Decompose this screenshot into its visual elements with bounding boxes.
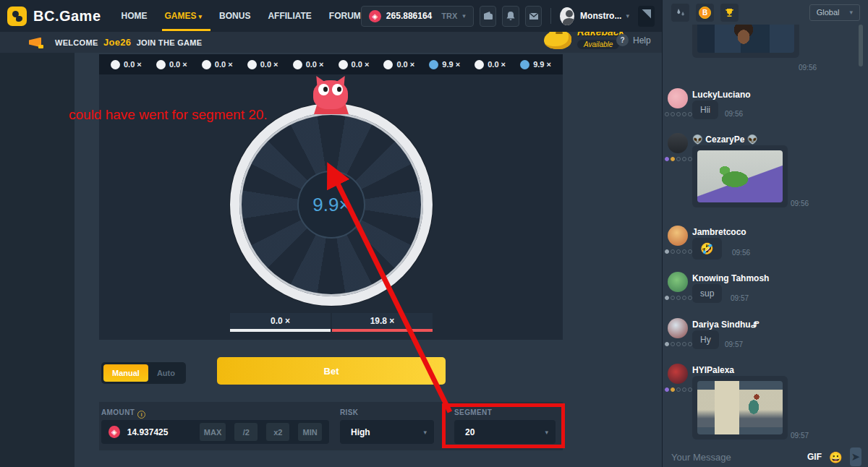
history-item[interactable]: 0.0 × — [156, 60, 187, 69]
double-button[interactable]: x2 — [266, 423, 289, 441]
user-name[interactable]: Monstro... — [580, 11, 621, 21]
nav-link-home[interactable]: HOME — [122, 1, 148, 31]
bet-button[interactable]: Bet — [217, 357, 446, 385]
trx-coin-icon: ◈ — [109, 426, 120, 438]
gif-lizard-couch — [697, 150, 783, 202]
bell-icon — [505, 10, 516, 22]
rain-icon — [676, 7, 686, 17]
result-dot — [247, 60, 257, 69]
nav-link-bonus[interactable]: BONUS — [219, 1, 250, 31]
chat-text-bubble[interactable]: Hii — [692, 100, 718, 119]
bc-game-app: BC.Game HOME GAMES▾ BONUS AFFILIATE FORU… — [0, 0, 868, 467]
chat-username[interactable]: Dariya Sindhu🖇 — [692, 320, 760, 330]
avatar[interactable] — [668, 226, 688, 246]
history-item[interactable]: 0.0 × — [111, 60, 142, 69]
avatar[interactable] — [668, 272, 688, 292]
user-badges — [665, 249, 692, 254]
nav-link-games[interactable]: GAMES▾ — [165, 1, 203, 31]
avatar[interactable] — [668, 133, 688, 153]
avatar[interactable] — [668, 88, 688, 108]
wheel: 9.9× — [230, 103, 433, 306]
chat-text-bubble[interactable]: 🤣 — [692, 238, 722, 260]
nav-link-affiliate[interactable]: AFFILIATE — [268, 1, 311, 31]
nav-link-forum[interactable]: FORUM — [329, 1, 361, 31]
min-button[interactable]: MIN — [298, 423, 322, 441]
chevron-down-icon: ▾ — [423, 429, 427, 436]
chat-username[interactable]: Jambretcoco — [692, 227, 746, 237]
result-bar-win[interactable]: 19.8 × — [332, 313, 433, 329]
result-dot — [202, 60, 211, 69]
divider — [550, 8, 551, 24]
logo-icon — [7, 7, 27, 26]
history-item[interactable]: 0.0 × — [475, 60, 506, 69]
owl-eye — [332, 84, 343, 95]
logo[interactable]: BC.Game — [7, 7, 101, 26]
chat-username[interactable]: Knowing Tahmosh — [692, 273, 769, 283]
annotation-note: could have went for segment 20. — [69, 107, 268, 123]
result-dot-win — [429, 60, 438, 69]
result-bar-loss[interactable]: 0.0 × — [230, 313, 331, 329]
result-dot — [383, 60, 393, 69]
promotions-button[interactable]: B — [696, 4, 714, 22]
chat-input-bar: GIF 😀 ➤ — [663, 447, 868, 467]
chat-username[interactable]: LuckyLuciano — [692, 90, 751, 100]
trophy-icon — [724, 7, 735, 18]
white-underline — [230, 329, 331, 332]
amount-input[interactable] — [126, 427, 191, 438]
chat-username[interactable]: HYIPalexa — [692, 365, 734, 375]
contest-button[interactable] — [720, 4, 739, 22]
amount-field[interactable]: ◈ MAX /2 x2 MIN — [101, 420, 329, 444]
history-item[interactable]: 0.0 × — [247, 60, 278, 69]
result-dot — [293, 60, 302, 69]
send-button[interactable]: ➤ — [850, 447, 861, 466]
auto-mode-button[interactable]: Auto — [148, 364, 184, 382]
history-item[interactable]: 0.0 × — [202, 60, 233, 69]
history-item[interactable]: 9.9 × — [429, 60, 460, 69]
history-item[interactable]: 0.0 × — [339, 60, 370, 69]
owl-mascot — [313, 80, 348, 109]
wallet-button[interactable] — [480, 6, 497, 27]
history-item[interactable]: 0.0 × — [383, 60, 414, 69]
envelope-icon — [528, 10, 540, 22]
notifications-button[interactable] — [502, 6, 519, 27]
chat-header: B Global ▾ — [663, 0, 868, 25]
help-button[interactable]: ? Help — [616, 34, 651, 46]
wheel-center-multiplier: 9.9× — [297, 171, 365, 239]
annotation-rectangle — [442, 403, 565, 448]
balance-selector[interactable]: ◈ 265.886164 TRX ▾ — [361, 6, 474, 27]
amount-label: AMOUNTi — [101, 408, 145, 419]
logo-text: BC.Game — [33, 8, 101, 25]
chat-gif-bubble[interactable] — [692, 376, 788, 440]
chat-scrollbar[interactable] — [859, 25, 863, 67]
send-icon: ➤ — [851, 450, 861, 463]
avatar[interactable] — [668, 318, 688, 338]
question-icon: ? — [616, 34, 629, 46]
info-icon[interactable]: i — [137, 411, 145, 419]
risk-select[interactable]: High ▾ — [340, 420, 434, 444]
red-underline — [332, 329, 433, 332]
chat-username[interactable]: 👽 CezaryPe 👽 — [692, 134, 758, 145]
welcome-banner: WELCOME Joe26 JOIN THE GAME Rakeback Ava… — [0, 32, 662, 53]
chat-message-input[interactable] — [670, 451, 800, 463]
max-button[interactable]: MAX — [200, 423, 226, 441]
rain-button[interactable] — [671, 4, 689, 22]
user-avatar[interactable] — [560, 7, 574, 25]
user-badges — [665, 342, 692, 346]
chat-gif-bubble[interactable] — [692, 145, 788, 207]
emoji-button[interactable]: 😀 — [829, 452, 843, 463]
chevron-down-icon[interactable]: ▾ — [626, 12, 629, 20]
avatar[interactable] — [668, 364, 688, 384]
chat-text-bubble[interactable]: Hy — [692, 330, 719, 349]
chat-text-bubble[interactable]: sup — [692, 284, 722, 303]
half-button[interactable]: /2 — [234, 423, 258, 441]
theater-mode-button[interactable] — [638, 6, 655, 27]
risk-label: RISK — [340, 408, 359, 416]
result-dot — [156, 60, 166, 69]
gif-button[interactable]: GIF — [807, 452, 822, 462]
results-history-bar: 0.0 × 0.0 × 0.0 × 0.0 × 0.0 × 0.0 × 0.0 … — [99, 54, 563, 74]
manual-mode-button[interactable]: Manual — [103, 364, 148, 382]
history-item[interactable]: 9.9 × — [520, 60, 551, 69]
history-item[interactable]: 0.0 × — [293, 60, 324, 69]
messages-button[interactable] — [525, 6, 542, 27]
chat-room-select[interactable]: Global ▾ — [809, 4, 860, 21]
